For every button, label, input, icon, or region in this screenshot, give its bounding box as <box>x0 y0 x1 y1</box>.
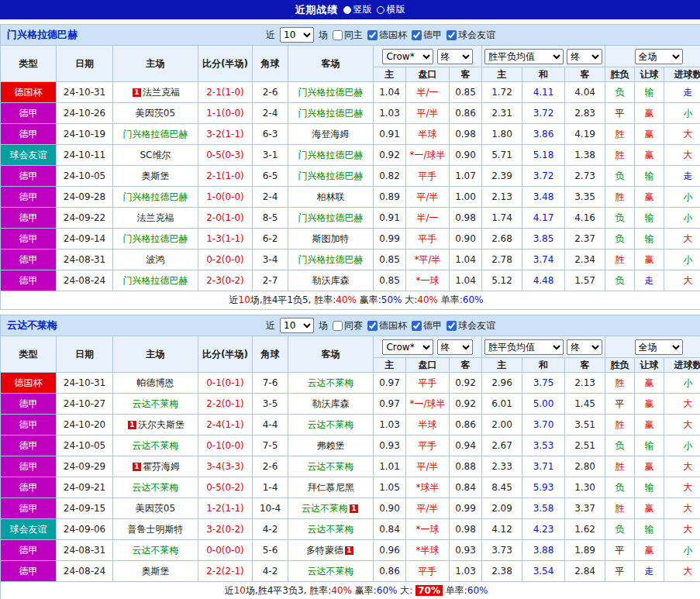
match-cell: 4.19 <box>565 124 605 145</box>
summary-segment: 单率: <box>438 294 463 305</box>
scope-select[interactable]: 全场 <box>635 49 683 64</box>
cell-text: 平 <box>616 545 625 556</box>
cell-text: 2.34 <box>574 254 595 265</box>
match-cell: 2-4 <box>253 187 288 208</box>
cell-text: 平/半 <box>416 461 438 472</box>
match-row: 德甲24-10-05奥斯堡2-1(1-0)6-5门兴格拉德巴赫0.82平手1.0… <box>1 166 700 187</box>
filter-bundesliga-checkbox[interactable] <box>412 30 422 40</box>
cell-text: 7-6 <box>263 377 278 388</box>
cell-text: 1-4 <box>263 482 278 493</box>
avg-final-select[interactable]: 终 <box>567 49 602 64</box>
cell-text: 2-6 <box>263 87 278 98</box>
match-cell: 24-10-20 <box>57 415 113 435</box>
radio-selected-icon <box>343 6 351 14</box>
filter-same-competition[interactable]: 同赛 <box>333 319 363 332</box>
match-cell: 云达不莱梅 <box>113 394 198 415</box>
cell-text: 输 <box>645 170 654 181</box>
cell-text: 4.23 <box>533 524 554 535</box>
cell-text: 霍芬海姆 <box>143 461 180 472</box>
matches-body: 德国杯24-10-311法兰克福2-1(1-0)2-6门兴格拉德巴赫1.04半/… <box>1 82 700 291</box>
filter-label: 德国杯 <box>379 319 407 332</box>
cell-text: 24-10-31 <box>64 87 105 98</box>
cell-text: 1.30 <box>574 482 595 493</box>
filter-bundesliga[interactable]: 德甲 <box>412 29 442 42</box>
odds-final-select[interactable]: 终 <box>437 339 473 355</box>
avg-final-select[interactable]: 终 <box>567 339 602 355</box>
cell-text: 4-2 <box>263 524 278 535</box>
recent-count-select[interactable]: 10 <box>280 318 314 333</box>
cell-text: 2.13 <box>491 191 512 202</box>
cell-text: 1.57 <box>574 275 595 286</box>
col-odds-home: 主 <box>374 358 406 373</box>
filter-bundesliga[interactable]: 德甲 <box>412 319 442 332</box>
layout-radio-horizontal[interactable]: 横版 <box>377 3 405 16</box>
match-cell: 0.91 <box>374 124 406 145</box>
cell-text: 1.00 <box>455 191 476 202</box>
match-cell: 大 <box>664 498 700 519</box>
match-row: 德甲24-08-31波鸿0-2(0-0)3-4门兴格拉德巴赫0.85*平/半1.… <box>1 250 700 270</box>
match-cell: 德国杯 <box>1 82 57 103</box>
odds-company-select[interactable]: Crow* <box>382 339 433 355</box>
col-goals: 进球数 <box>664 358 700 373</box>
match-cell: 24-08-31 <box>57 250 113 270</box>
col-corner: 角球 <box>253 46 288 82</box>
match-cell: 云达不莱梅 <box>113 435 198 456</box>
match-cell: 6.01 <box>482 394 522 415</box>
cell-text: 2.84 <box>574 566 595 577</box>
cell-text: 平手 <box>419 170 437 181</box>
summary-segment: 赢率: <box>352 585 377 596</box>
cell-text: 1.03 <box>379 419 400 430</box>
match-cell: *一球 <box>406 270 450 291</box>
filter-same-home-checkbox[interactable] <box>333 30 343 40</box>
summary-segment: 赢率: <box>357 294 381 305</box>
match-cell: 半球 <box>406 415 450 435</box>
match-cell: 0.86 <box>450 103 482 124</box>
filter-same-home[interactable]: 同主 <box>333 29 363 42</box>
filter-club-friendly[interactable]: 球会友谊 <box>447 319 495 332</box>
match-cell: *平/半 <box>406 250 450 270</box>
cell-text: 0.96 <box>379 545 400 556</box>
match-cell: 3.73 <box>482 540 522 561</box>
match-cell: 5.00 <box>522 394 565 415</box>
col-score: 比分(半场) <box>198 336 253 373</box>
cell-text: 德甲 <box>19 212 38 223</box>
filter-club-friendly-checkbox[interactable] <box>447 321 457 331</box>
match-cell: 门兴格拉德巴赫 <box>288 250 374 270</box>
cell-text: 大 <box>684 461 693 472</box>
match-cell: 1-4 <box>253 477 288 498</box>
filter-club-friendly[interactable]: 球会友谊 <box>447 29 495 42</box>
match-cell: 0.99 <box>374 229 406 250</box>
red-card-badge: 1 <box>133 88 141 97</box>
avg-odds-select[interactable]: 胜平负均值 <box>484 49 564 64</box>
odds-final-select[interactable]: 终 <box>437 49 473 64</box>
summary-segment: 单率: <box>443 585 467 596</box>
cell-text: 3.35 <box>574 191 595 202</box>
odds-company-select[interactable]: Crow* <box>382 49 433 64</box>
avg-odds-select[interactable]: 胜平负均值 <box>484 339 564 355</box>
cell-text: 胜 <box>616 461 625 472</box>
filter-german-cup-checkbox[interactable] <box>367 30 378 40</box>
games-label: 场 <box>319 319 328 332</box>
filter-german-cup[interactable]: 德国杯 <box>367 29 407 42</box>
col-handicap: 盘口 <box>406 358 450 373</box>
match-cell: 2-0(1-0) <box>198 208 253 229</box>
filter-german-cup[interactable]: 德国杯 <box>367 319 407 332</box>
filter-club-friendly-checkbox[interactable] <box>447 30 457 40</box>
filter-bundesliga-checkbox[interactable] <box>412 321 422 331</box>
match-cell: 2-3(0-2) <box>198 270 253 291</box>
layout-radio-vertical[interactable]: 竖版 <box>343 3 372 16</box>
match-cell: 云达不莱梅 <box>288 456 374 477</box>
match-row: 德甲24-09-15美因茨051-2(1-1)10-4云达不莱梅10.90平/半… <box>1 498 700 519</box>
match-row: 球会友谊24-09-06普鲁士明斯特3-2(0-2)4-2云达不莱梅0.84*一… <box>1 519 700 540</box>
match-cell: 1.30 <box>565 477 605 498</box>
filter-same-competition-checkbox[interactable] <box>333 321 343 331</box>
recent-count-select[interactable]: 10 <box>280 27 314 43</box>
filter-german-cup-checkbox[interactable] <box>367 321 378 331</box>
cell-text: 小 <box>684 108 693 119</box>
near-label: 近 <box>266 29 275 42</box>
radio-label-vertical: 竖版 <box>353 3 372 16</box>
cell-text: *一球 <box>416 275 440 286</box>
scope-select[interactable]: 全场 <box>635 339 683 355</box>
cell-text: 5.12 <box>491 275 512 286</box>
summary-segment: 大: <box>402 294 417 305</box>
